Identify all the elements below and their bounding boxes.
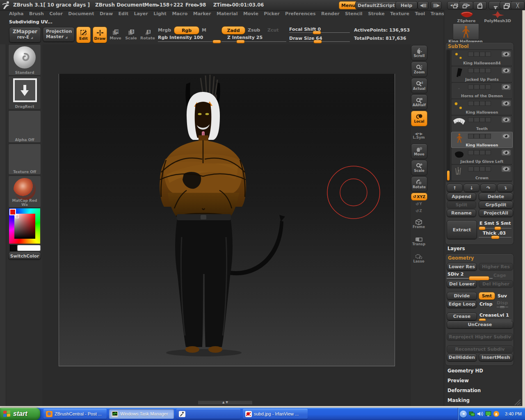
delete-button[interactable]: Delete <box>479 193 513 201</box>
subtool-toggle[interactable] <box>474 68 479 73</box>
move-3d-button[interactable]: Move <box>411 144 427 159</box>
subtool-toggle[interactable] <box>474 117 479 122</box>
visibility-eye-icon[interactable] <box>502 117 511 123</box>
lsym-button[interactable]: ◀•▶ L.Sym <box>411 130 427 141</box>
close-button[interactable]: ╳ <box>511 1 525 9</box>
subtool-toggle[interactable] <box>468 68 474 73</box>
scroll-button[interactable]: Scroll <box>411 45 427 61</box>
menu-macro[interactable]: Macro <box>172 11 187 18</box>
canvas-area[interactable]: ▲ ▼ <box>42 44 411 407</box>
subtool-toggle[interactable] <box>485 52 491 57</box>
z-intensity-handle[interactable] <box>236 40 245 43</box>
zsphere-tool-icon[interactable] <box>457 10 476 18</box>
help-button[interactable]: Help <box>395 1 418 9</box>
subtool-toggle[interactable] <box>474 150 479 155</box>
suv-toggle[interactable]: Suv <box>498 293 507 299</box>
menu-preferences[interactable]: Preferences <box>285 11 315 18</box>
network-tray-icon[interactable] <box>469 411 475 417</box>
masking-section-header[interactable]: Masking <box>447 397 470 403</box>
subtool-toggle[interactable] <box>479 101 485 106</box>
rgb-intensity-slider[interactable] <box>158 41 220 42</box>
y-rotation-button[interactable]: ↺ Y <box>411 201 427 207</box>
subtool-toggle[interactable] <box>468 167 474 171</box>
geometry-hd-section-header[interactable]: Geometry HD <box>447 368 483 374</box>
subtool-toggle[interactable] <box>479 68 485 73</box>
menu-texture[interactable]: Texture <box>390 11 409 18</box>
subtool-toggle[interactable] <box>479 134 485 139</box>
menu-marker[interactable]: Marker <box>193 11 211 18</box>
edit-button[interactable]: Edit <box>76 27 91 43</box>
menu-picker[interactable]: Picker <box>264 11 279 18</box>
layers-section-header[interactable]: Layers <box>447 246 465 251</box>
tray-scrollbar[interactable] <box>522 10 525 406</box>
subtool-toggle[interactable] <box>468 84 474 89</box>
e-smt-label[interactable]: E Smt <box>479 221 494 226</box>
scrub-left-button[interactable]: ◀|||| <box>418 1 429 9</box>
texture-thumb[interactable]: Texture Off <box>8 144 41 175</box>
e-smt-handle[interactable] <box>479 226 486 230</box>
subtool-toggle[interactable] <box>485 101 491 106</box>
rotate-button[interactable]: R Rotate <box>140 27 155 42</box>
polymesh3d-tool-icon[interactable] <box>488 10 507 18</box>
left-tray-divider[interactable] <box>0 44 6 406</box>
disp-label[interactable]: Disp <box>497 300 508 306</box>
disp-handle[interactable] <box>499 306 505 309</box>
taskbar-task-zbrush[interactable] <box>176 409 240 419</box>
append-button[interactable]: Append <box>447 193 476 201</box>
color-picker[interactable] <box>9 208 40 244</box>
taskbar-task-irfanview[interactable]: subd.jpg - IrfanView ... <box>243 409 308 419</box>
lock-icon[interactable] <box>473 1 487 9</box>
dock-right-icon[interactable]: ◀ <box>459 1 473 9</box>
sdiv-label[interactable]: SDiv 2 <box>447 272 463 277</box>
subtool-toggle[interactable] <box>479 167 485 171</box>
smt-toggle[interactable]: Smt <box>479 292 495 300</box>
start-button[interactable]: start <box>0 408 40 420</box>
thick-handle[interactable] <box>491 235 500 239</box>
reconstruct-button[interactable]: Reconstruct Subdiv <box>447 345 513 353</box>
subtool-toggle[interactable] <box>474 134 479 139</box>
subtool-item[interactable]: Teeth <box>451 115 513 132</box>
m-toggle[interactable]: M <box>202 27 206 33</box>
draw-size-handle[interactable] <box>313 40 322 43</box>
zadd-toggle[interactable]: Zadd <box>221 26 245 34</box>
focal-shift-handle[interactable] <box>313 31 321 34</box>
subtool-toggle[interactable] <box>474 84 479 89</box>
actual-button[interactable]: x1 Actual <box>411 78 427 94</box>
crease-lvl-label[interactable]: CreaseLvl 1 <box>479 313 509 318</box>
del-higher-button[interactable]: Del Higher <box>479 280 513 288</box>
split-button[interactable]: Split <box>447 201 476 209</box>
cage-button[interactable]: Cage <box>493 273 506 278</box>
crisp-toggle[interactable]: Crisp <box>479 301 493 307</box>
crease-button[interactable]: Crease <box>447 313 477 320</box>
move-button[interactable]: M Move <box>109 27 122 42</box>
subtool-item[interactable]: King Halloween <box>451 99 513 115</box>
menu-tool[interactable]: Tool <box>415 11 425 18</box>
zsub-toggle[interactable]: Zsub <box>248 27 260 33</box>
subtool-item[interactable]: Jacked Up Glove Left <box>451 148 513 164</box>
menu-material[interactable]: Material <box>217 11 237 18</box>
projection-master-button[interactable]: Projection Master ◢ <box>43 27 75 42</box>
mrgb-toggle[interactable]: Mrgb <box>158 27 171 33</box>
subtool-toggle[interactable] <box>485 84 491 89</box>
taskbar-task-taskmanager[interactable]: Windows Task Manager <box>109 409 174 419</box>
subtool-toggle[interactable] <box>468 134 474 139</box>
polymesh3d-tool-label[interactable]: PolyMesh3D <box>482 18 513 23</box>
preview-section-header[interactable]: Preview <box>447 378 469 383</box>
document-canvas[interactable] <box>59 74 395 366</box>
lower-res-button[interactable]: Lower Res <box>447 263 477 271</box>
uncrease-button[interactable]: UnCrease <box>447 321 513 329</box>
visibility-eye-icon[interactable] <box>502 100 511 106</box>
visibility-eye-icon[interactable] <box>502 150 511 155</box>
xyz-rotation-button[interactable]: ↺ XYZ <box>411 193 427 201</box>
menu-movie[interactable]: Movie <box>243 11 258 18</box>
menu-alpha[interactable]: Alpha <box>9 11 23 18</box>
menu-color[interactable]: Color <box>49 11 62 18</box>
subtool-toggle[interactable] <box>468 150 474 155</box>
extract-button[interactable]: Extract <box>447 220 477 239</box>
secondary-color-swatch[interactable] <box>10 245 17 251</box>
menu-document[interactable]: Document <box>68 11 94 18</box>
draw-button[interactable]: Draw <box>93 27 107 43</box>
visibility-eye-icon[interactable] <box>502 51 511 57</box>
menu-light[interactable]: Light <box>153 11 167 18</box>
subtool-toggle[interactable] <box>474 101 479 106</box>
